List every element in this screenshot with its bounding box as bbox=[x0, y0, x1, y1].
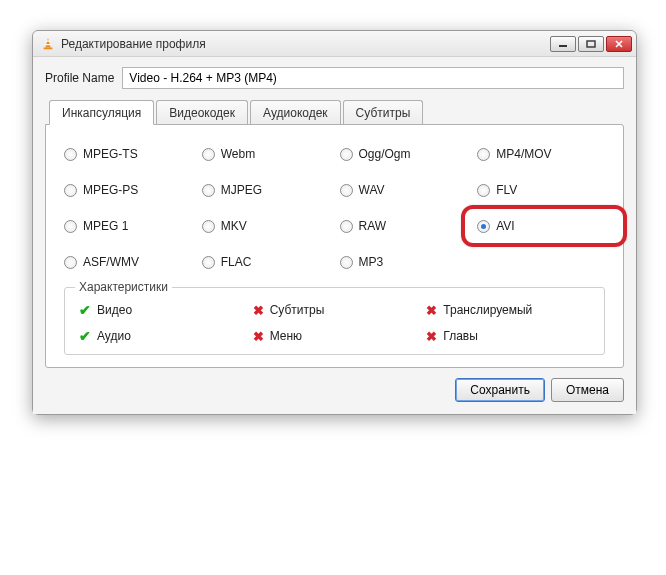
radio-indicator bbox=[202, 184, 215, 197]
profile-edit-window: Редактирование профиля Profile Name Инка… bbox=[32, 30, 637, 415]
radio-label: MKV bbox=[221, 219, 247, 233]
cross-icon: ✖ bbox=[253, 303, 264, 318]
radio-indicator bbox=[340, 148, 353, 161]
radio-label: WAV bbox=[359, 183, 385, 197]
radio-indicator bbox=[477, 220, 490, 233]
radio-label: FLV bbox=[496, 183, 517, 197]
characteristics-legend: Характеристики bbox=[75, 280, 172, 294]
char-label: Главы bbox=[443, 329, 478, 343]
radio-indicator bbox=[64, 148, 77, 161]
maximize-button[interactable] bbox=[578, 36, 604, 52]
cross-icon: ✖ bbox=[426, 329, 437, 344]
tab-encapsulation[interactable]: Инкапсуляция bbox=[49, 100, 154, 125]
radio-wav[interactable]: WAV bbox=[340, 183, 468, 197]
titlebar: Редактирование профиля bbox=[33, 31, 636, 57]
radio-label: RAW bbox=[359, 219, 387, 233]
cancel-button[interactable]: Отмена bbox=[551, 378, 624, 402]
radio-label: MP4/MOV bbox=[496, 147, 551, 161]
svg-rect-2 bbox=[45, 44, 51, 45]
radio-flac[interactable]: FLAC bbox=[202, 255, 330, 269]
radio-label: MPEG 1 bbox=[83, 219, 128, 233]
radio-mp3[interactable]: MP3 bbox=[340, 255, 468, 269]
radio-indicator bbox=[477, 148, 490, 161]
radio-indicator bbox=[202, 148, 215, 161]
radio-label: Webm bbox=[221, 147, 255, 161]
radio-label: MPEG-TS bbox=[83, 147, 138, 161]
window-controls bbox=[550, 36, 632, 52]
radio-indicator bbox=[340, 184, 353, 197]
char-subs: ✖Субтитры bbox=[253, 302, 417, 318]
radio-ogg[interactable]: Ogg/Ogm bbox=[340, 147, 468, 161]
radio-label: Ogg/Ogm bbox=[359, 147, 411, 161]
check-icon: ✔ bbox=[79, 302, 91, 318]
radio-mkv[interactable]: MKV bbox=[202, 219, 330, 233]
vlc-cone-icon bbox=[41, 37, 55, 51]
radio-indicator bbox=[340, 220, 353, 233]
char-audio: ✔Аудио bbox=[79, 328, 243, 344]
radio-raw[interactable]: RAW bbox=[340, 219, 468, 233]
char-label: Меню bbox=[270, 329, 302, 343]
radio-avi[interactable]: AVI bbox=[477, 219, 605, 233]
tab-subtitles[interactable]: Субтитры bbox=[343, 100, 424, 125]
radio-label: MPEG-PS bbox=[83, 183, 138, 197]
char-menu: ✖Меню bbox=[253, 328, 417, 344]
check-icon: ✔ bbox=[79, 328, 91, 344]
tab-audiocodec[interactable]: Аудиокодек bbox=[250, 100, 341, 125]
svg-rect-5 bbox=[587, 41, 595, 47]
radio-mpeg_ts[interactable]: MPEG-TS bbox=[64, 147, 192, 161]
svg-rect-3 bbox=[44, 47, 53, 49]
encapsulation-radio-grid: MPEG-TSWebmOgg/OgmMP4/MOVMPEG-PSMJPEGWAV… bbox=[64, 147, 605, 269]
minimize-button[interactable] bbox=[550, 36, 576, 52]
char-label: Видео bbox=[97, 303, 132, 317]
close-button[interactable] bbox=[606, 36, 632, 52]
tabs: Инкапсуляция Видеокодек Аудиокодек Субти… bbox=[45, 99, 624, 368]
radio-mp4[interactable]: MP4/MOV bbox=[477, 147, 605, 161]
radio-indicator bbox=[202, 256, 215, 269]
radio-webm[interactable]: Webm bbox=[202, 147, 330, 161]
char-stream: ✖Транслируемый bbox=[426, 302, 590, 318]
radio-indicator bbox=[64, 184, 77, 197]
radio-indicator bbox=[340, 256, 353, 269]
tab-pane-encapsulation: MPEG-TSWebmOgg/OgmMP4/MOVMPEG-PSMJPEGWAV… bbox=[45, 124, 624, 368]
radio-mpeg_ps[interactable]: MPEG-PS bbox=[64, 183, 192, 197]
radio-label: AVI bbox=[496, 219, 514, 233]
svg-rect-1 bbox=[46, 40, 50, 41]
svg-rect-4 bbox=[559, 45, 567, 47]
radio-label: ASF/WMV bbox=[83, 255, 139, 269]
radio-indicator bbox=[64, 256, 77, 269]
char-label: Субтитры bbox=[270, 303, 325, 317]
cross-icon: ✖ bbox=[253, 329, 264, 344]
svg-marker-0 bbox=[45, 37, 50, 47]
profile-name-label: Profile Name bbox=[45, 71, 114, 85]
char-video: ✔Видео bbox=[79, 302, 243, 318]
client-area: Profile Name Инкапсуляция Видеокодек Ауд… bbox=[33, 57, 636, 414]
radio-label: MP3 bbox=[359, 255, 384, 269]
profile-name-row: Profile Name bbox=[45, 67, 624, 89]
window-title: Редактирование профиля bbox=[61, 37, 550, 51]
radio-indicator bbox=[64, 220, 77, 233]
radio-indicator bbox=[477, 184, 490, 197]
radio-mjpeg[interactable]: MJPEG bbox=[202, 183, 330, 197]
radio-asf[interactable]: ASF/WMV bbox=[64, 255, 192, 269]
save-button[interactable]: Сохранить bbox=[455, 378, 545, 402]
radio-indicator bbox=[202, 220, 215, 233]
radio-mpeg1[interactable]: MPEG 1 bbox=[64, 219, 192, 233]
profile-name-input[interactable] bbox=[122, 67, 624, 89]
characteristics-grid: ✔Видео✖Субтитры✖Транслируемый✔Аудио✖Меню… bbox=[79, 302, 590, 344]
tab-row: Инкапсуляция Видеокодек Аудиокодек Субти… bbox=[45, 99, 624, 124]
tab-videocodec[interactable]: Видеокодек bbox=[156, 100, 248, 125]
radio-flv[interactable]: FLV bbox=[477, 183, 605, 197]
char-label: Транслируемый bbox=[443, 303, 532, 317]
footer: Сохранить Отмена bbox=[45, 378, 624, 402]
characteristics-group: Характеристики ✔Видео✖Субтитры✖Транслиру… bbox=[64, 287, 605, 355]
char-label: Аудио bbox=[97, 329, 131, 343]
char-chapters: ✖Главы bbox=[426, 328, 590, 344]
radio-label: MJPEG bbox=[221, 183, 262, 197]
radio-label: FLAC bbox=[221, 255, 252, 269]
cross-icon: ✖ bbox=[426, 303, 437, 318]
